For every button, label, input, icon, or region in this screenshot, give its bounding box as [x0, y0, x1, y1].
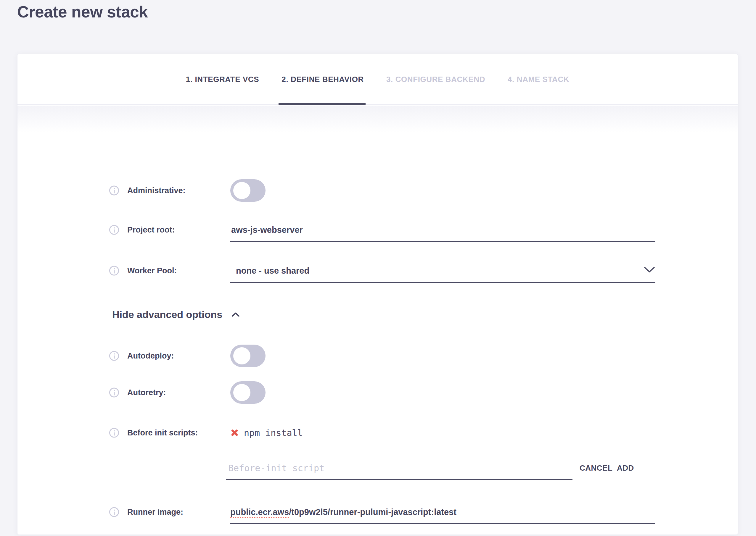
advanced-options-toggle[interactable]: Hide advanced options — [112, 309, 240, 320]
worker-pool-row: Worker Pool: — [109, 266, 177, 276]
info-icon[interactable] — [109, 428, 119, 438]
toggle-knob — [233, 347, 250, 364]
autodeploy-label: Autodeploy: — [127, 352, 174, 361]
runner-image-label: Runner image: — [127, 508, 183, 517]
runner-image-input[interactable]: public.ecr.aws/t0p9w2l5/runner-pulumi-ja… — [230, 507, 456, 517]
tab-name-stack[interactable]: 4. NAME STACK — [508, 54, 569, 105]
page-title: Create new stack — [17, 2, 148, 21]
administrative-label: Administrative: — [127, 186, 186, 195]
tab-define-behavior[interactable]: 2. DEFINE BEHAVIOR — [281, 54, 364, 105]
tab-configure-backend[interactable]: 3. CONFIGURE BACKEND — [386, 54, 485, 105]
runner-image-row: Runner image: — [109, 507, 183, 517]
info-icon[interactable] — [109, 266, 119, 276]
remove-script-icon[interactable] — [231, 429, 238, 437]
script-command: npm install — [244, 428, 303, 438]
autoretry-row: Autoretry: — [109, 388, 166, 398]
before-init-script-input[interactable] — [228, 463, 569, 473]
input-underline — [226, 479, 572, 480]
toggle-knob — [233, 384, 250, 401]
info-icon[interactable] — [109, 225, 119, 235]
input-underline — [230, 241, 655, 242]
add-button[interactable]: ADD — [617, 463, 634, 473]
advanced-options-label: Hide advanced options — [112, 309, 222, 320]
chevron-up-icon — [231, 312, 240, 318]
toggle-knob — [233, 182, 250, 199]
info-icon[interactable] — [109, 507, 119, 517]
administrative-row: Administrative: — [109, 186, 186, 195]
autodeploy-row: Autodeploy: — [109, 351, 174, 361]
before-init-scripts-label: Before init scripts: — [127, 428, 198, 438]
spellcheck-marked-text: public.ecr.aws — [230, 507, 289, 518]
project-root-label: Project root: — [127, 225, 175, 235]
script-chip: npm install — [231, 428, 303, 438]
project-root-row: Project root: — [109, 225, 175, 235]
info-icon[interactable] — [109, 186, 119, 195]
info-icon[interactable] — [109, 351, 119, 361]
input-underline — [230, 523, 655, 524]
runner-image-value-rest: /t0p9w2l5/runner-pulumi-javascript:lates… — [289, 507, 456, 517]
chevron-down-icon[interactable] — [643, 266, 655, 273]
worker-pool-select[interactable]: none - use shared — [236, 266, 309, 276]
form-body: Administrative: Project root: Worker Poo… — [18, 106, 738, 535]
administrative-toggle[interactable] — [230, 179, 266, 202]
autodeploy-toggle[interactable] — [230, 345, 266, 367]
autoretry-toggle[interactable] — [230, 381, 266, 404]
input-underline — [230, 282, 655, 283]
info-icon[interactable] — [109, 388, 119, 398]
create-stack-card: 1. INTEGRATE VCS 2. DEFINE BEHAVIOR 3. C… — [17, 54, 738, 535]
tab-integrate-vcs[interactable]: 1. INTEGRATE VCS — [186, 54, 259, 105]
worker-pool-label: Worker Pool: — [127, 266, 177, 275]
project-root-input[interactable] — [231, 225, 656, 235]
cancel-button[interactable]: CANCEL — [580, 463, 612, 473]
stepper: 1. INTEGRATE VCS 2. DEFINE BEHAVIOR 3. C… — [18, 54, 738, 105]
before-init-scripts-row: Before init scripts: — [109, 428, 198, 438]
autoretry-label: Autoretry: — [127, 388, 166, 397]
